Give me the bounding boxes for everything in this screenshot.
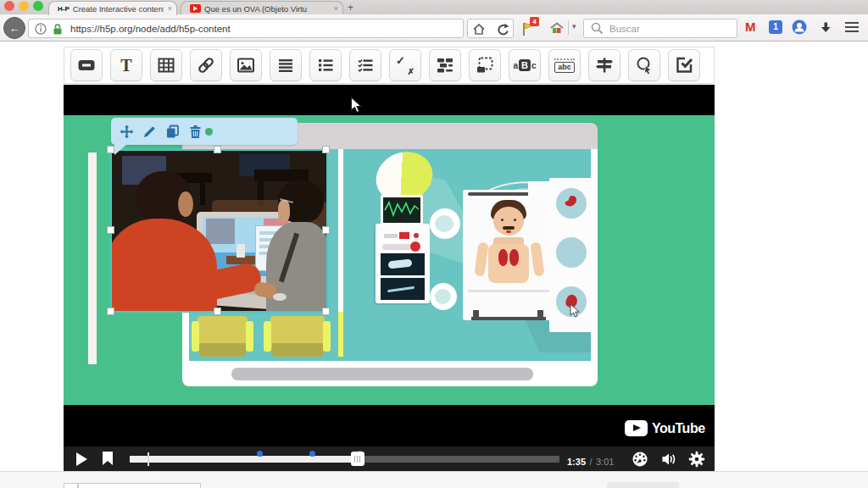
lamp-pole xyxy=(338,149,343,312)
search-bar[interactable]: Buscar xyxy=(583,19,737,38)
tab-title: Que es un OVA (Objeto Virtu xyxy=(204,4,330,14)
edit-icon[interactable] xyxy=(142,125,157,139)
close-window-button[interactable] xyxy=(4,1,14,11)
youtube-wordmark: YouTube xyxy=(652,421,705,436)
tab-create-interactive-content[interactable]: H-P Create Interactive content | H × xyxy=(48,1,177,15)
navigation-hotspot-button[interactable] xyxy=(628,49,660,81)
interaction-context-toolbar xyxy=(111,118,298,145)
lung-right xyxy=(509,249,519,266)
label-button[interactable] xyxy=(70,49,103,81)
back-button[interactable]: ← xyxy=(3,17,25,39)
tab-close-icon[interactable]: × xyxy=(330,4,342,13)
home-icon[interactable] xyxy=(471,21,487,36)
drag-drop-icon xyxy=(475,55,495,75)
youtube-favicon xyxy=(190,4,201,13)
video-frame xyxy=(64,115,715,405)
single-choice-set-button[interactable] xyxy=(309,49,342,81)
medical-cart xyxy=(376,224,430,303)
chevron-down-icon[interactable]: ▾ xyxy=(572,22,576,30)
interactive-video-canvas[interactable]: YouTube xyxy=(64,85,715,446)
resize-handle[interactable] xyxy=(322,308,330,315)
text-button[interactable]: T xyxy=(110,49,142,81)
summary-button[interactable] xyxy=(429,49,461,81)
reload-icon[interactable] xyxy=(494,21,509,36)
crossroads-icon xyxy=(594,55,615,75)
cartoon-window-dot xyxy=(205,128,213,136)
progress-track[interactable] xyxy=(130,456,559,463)
counter-badge-icon[interactable]: 1 xyxy=(769,20,782,34)
youtube-branding[interactable]: YouTube xyxy=(625,420,705,436)
profile-icon[interactable] xyxy=(792,19,807,35)
organ-panel xyxy=(549,178,591,332)
current-time: 1:35 xyxy=(567,457,586,467)
link-button[interactable] xyxy=(190,49,222,81)
copy-icon[interactable] xyxy=(165,125,180,139)
table-button[interactable] xyxy=(150,49,182,81)
resize-handle[interactable] xyxy=(214,146,221,153)
minimize-window-button[interactable] xyxy=(19,1,29,11)
resize-handle[interactable] xyxy=(322,146,330,153)
settings-gear-icon[interactable] xyxy=(688,451,705,468)
image-button[interactable] xyxy=(230,49,262,81)
questionnaire-button[interactable] xyxy=(668,49,700,81)
extension-notifier[interactable]: 4 xyxy=(520,19,541,37)
bookmark-icon[interactable] xyxy=(103,452,113,465)
form-element-partial xyxy=(64,483,78,488)
download-icon[interactable] xyxy=(819,20,832,34)
equipment-box xyxy=(528,181,552,198)
video-cursor-icon xyxy=(570,303,581,319)
true-false-button[interactable]: ✓✗ xyxy=(389,49,421,81)
resize-handle[interactable] xyxy=(107,226,114,234)
cartoon-door xyxy=(88,152,97,364)
video-player-controls: 1:35 / 3:01 xyxy=(64,446,715,471)
h5p-favicon: H-P xyxy=(49,5,73,13)
bookmark-marker[interactable] xyxy=(147,452,149,466)
delete-icon[interactable] xyxy=(188,125,203,139)
menu-icon[interactable] xyxy=(845,22,859,32)
true-false-icon: ✓✗ xyxy=(396,56,415,75)
gmail-icon[interactable]: M xyxy=(745,19,756,34)
new-tab-button[interactable]: + xyxy=(348,2,353,14)
padlock-icon[interactable] xyxy=(50,22,65,36)
drag-and-drop-button[interactable] xyxy=(469,49,501,81)
label-icon xyxy=(76,55,97,75)
mark-words-icon: aBc xyxy=(513,59,536,71)
search-placeholder: Buscar xyxy=(609,24,640,34)
patient-torso xyxy=(488,244,529,283)
play-button[interactable] xyxy=(76,452,87,466)
h5p-editor-toolbar: T ✓✗ aBc abc xyxy=(64,47,715,84)
crossroads-button[interactable] xyxy=(588,49,620,81)
move-icon[interactable] xyxy=(120,125,134,139)
time-display: 1:35 / 3:01 xyxy=(567,453,614,469)
fill-in-the-blanks-button[interactable]: abc xyxy=(548,49,581,81)
cartoon-window-bottom-bar xyxy=(231,368,533,380)
url-text[interactable]: https://h5p.org/node/add/h5p-content xyxy=(70,24,231,34)
patient-face xyxy=(493,207,524,236)
zoom-window-button[interactable] xyxy=(33,1,43,11)
volume-icon[interactable] xyxy=(660,451,677,468)
statements-button[interactable] xyxy=(270,49,302,81)
cartoon-glove xyxy=(430,283,457,310)
list-icon xyxy=(275,55,296,75)
tab-close-icon[interactable]: × xyxy=(164,4,176,13)
interaction-marker[interactable] xyxy=(309,451,315,457)
divider xyxy=(568,20,569,35)
scrubber-handle[interactable] xyxy=(351,452,364,466)
resize-handle[interactable] xyxy=(214,308,221,315)
tab-que-es-un-ova[interactable]: Que es un OVA (Objeto Virtu × xyxy=(181,1,343,15)
url-bar[interactable]: https://h5p.org/node/add/h5p-content xyxy=(28,19,464,38)
interaction-image[interactable] xyxy=(110,149,328,313)
playback-rate-icon[interactable] xyxy=(632,451,648,468)
time-separator: / xyxy=(589,457,592,467)
hotspot-icon xyxy=(634,55,654,75)
mark-the-words-button[interactable]: aBc xyxy=(509,49,541,81)
resize-handle[interactable] xyxy=(107,308,114,315)
resize-handle[interactable] xyxy=(322,226,330,234)
multiple-choice-button[interactable] xyxy=(349,49,381,81)
info-icon[interactable] xyxy=(34,22,47,36)
back-arrow-icon: ← xyxy=(9,23,20,34)
colorful-home-extension-icon[interactable] xyxy=(549,21,565,36)
resize-handle[interactable] xyxy=(107,146,114,153)
progress-played xyxy=(130,456,358,463)
cartoon-chair xyxy=(264,316,331,357)
